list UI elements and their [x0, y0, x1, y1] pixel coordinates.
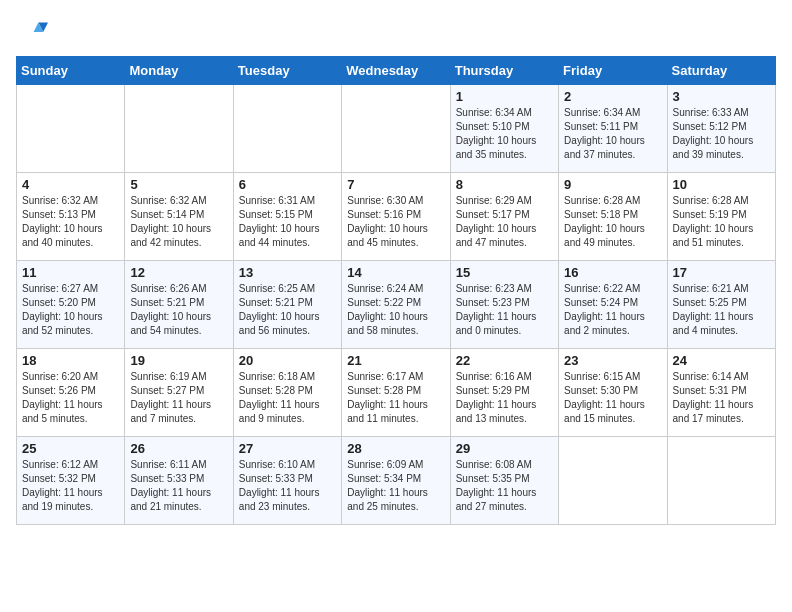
- day-info: Sunrise: 6:21 AM Sunset: 5:25 PM Dayligh…: [673, 282, 770, 338]
- day-info: Sunrise: 6:29 AM Sunset: 5:17 PM Dayligh…: [456, 194, 553, 250]
- calendar-cell: [125, 85, 233, 173]
- day-info: Sunrise: 6:12 AM Sunset: 5:32 PM Dayligh…: [22, 458, 119, 514]
- weekday-header-saturday: Saturday: [667, 57, 775, 85]
- calendar-week-3: 11Sunrise: 6:27 AM Sunset: 5:20 PM Dayli…: [17, 261, 776, 349]
- calendar-cell: 2Sunrise: 6:34 AM Sunset: 5:11 PM Daylig…: [559, 85, 667, 173]
- day-number: 6: [239, 177, 336, 192]
- day-info: Sunrise: 6:19 AM Sunset: 5:27 PM Dayligh…: [130, 370, 227, 426]
- day-info: Sunrise: 6:33 AM Sunset: 5:12 PM Dayligh…: [673, 106, 770, 162]
- calendar-week-2: 4Sunrise: 6:32 AM Sunset: 5:13 PM Daylig…: [17, 173, 776, 261]
- day-number: 17: [673, 265, 770, 280]
- day-number: 28: [347, 441, 444, 456]
- day-info: Sunrise: 6:14 AM Sunset: 5:31 PM Dayligh…: [673, 370, 770, 426]
- calendar-week-5: 25Sunrise: 6:12 AM Sunset: 5:32 PM Dayli…: [17, 437, 776, 525]
- calendar-cell: 22Sunrise: 6:16 AM Sunset: 5:29 PM Dayli…: [450, 349, 558, 437]
- day-number: 24: [673, 353, 770, 368]
- day-number: 27: [239, 441, 336, 456]
- calendar-cell: 18Sunrise: 6:20 AM Sunset: 5:26 PM Dayli…: [17, 349, 125, 437]
- calendar-cell: 16Sunrise: 6:22 AM Sunset: 5:24 PM Dayli…: [559, 261, 667, 349]
- day-number: 13: [239, 265, 336, 280]
- calendar-header-row: SundayMondayTuesdayWednesdayThursdayFrid…: [17, 57, 776, 85]
- calendar-cell: 17Sunrise: 6:21 AM Sunset: 5:25 PM Dayli…: [667, 261, 775, 349]
- day-number: 25: [22, 441, 119, 456]
- calendar-cell: 1Sunrise: 6:34 AM Sunset: 5:10 PM Daylig…: [450, 85, 558, 173]
- weekday-header-friday: Friday: [559, 57, 667, 85]
- calendar-cell: 29Sunrise: 6:08 AM Sunset: 5:35 PM Dayli…: [450, 437, 558, 525]
- day-info: Sunrise: 6:27 AM Sunset: 5:20 PM Dayligh…: [22, 282, 119, 338]
- calendar-cell: 13Sunrise: 6:25 AM Sunset: 5:21 PM Dayli…: [233, 261, 341, 349]
- calendar-cell: 15Sunrise: 6:23 AM Sunset: 5:23 PM Dayli…: [450, 261, 558, 349]
- day-info: Sunrise: 6:22 AM Sunset: 5:24 PM Dayligh…: [564, 282, 661, 338]
- calendar-cell: 27Sunrise: 6:10 AM Sunset: 5:33 PM Dayli…: [233, 437, 341, 525]
- day-info: Sunrise: 6:32 AM Sunset: 5:13 PM Dayligh…: [22, 194, 119, 250]
- day-info: Sunrise: 6:18 AM Sunset: 5:28 PM Dayligh…: [239, 370, 336, 426]
- calendar-cell: [17, 85, 125, 173]
- day-info: Sunrise: 6:30 AM Sunset: 5:16 PM Dayligh…: [347, 194, 444, 250]
- day-number: 29: [456, 441, 553, 456]
- day-number: 15: [456, 265, 553, 280]
- day-number: 9: [564, 177, 661, 192]
- day-number: 22: [456, 353, 553, 368]
- calendar-cell: 5Sunrise: 6:32 AM Sunset: 5:14 PM Daylig…: [125, 173, 233, 261]
- day-info: Sunrise: 6:08 AM Sunset: 5:35 PM Dayligh…: [456, 458, 553, 514]
- day-info: Sunrise: 6:10 AM Sunset: 5:33 PM Dayligh…: [239, 458, 336, 514]
- weekday-header-thursday: Thursday: [450, 57, 558, 85]
- day-number: 12: [130, 265, 227, 280]
- day-number: 18: [22, 353, 119, 368]
- weekday-header-tuesday: Tuesday: [233, 57, 341, 85]
- calendar-cell: [342, 85, 450, 173]
- logo-icon: [16, 16, 48, 48]
- calendar-cell: 24Sunrise: 6:14 AM Sunset: 5:31 PM Dayli…: [667, 349, 775, 437]
- day-number: 5: [130, 177, 227, 192]
- page-header: [16, 16, 776, 48]
- day-info: Sunrise: 6:32 AM Sunset: 5:14 PM Dayligh…: [130, 194, 227, 250]
- calendar-cell: 8Sunrise: 6:29 AM Sunset: 5:17 PM Daylig…: [450, 173, 558, 261]
- day-number: 14: [347, 265, 444, 280]
- calendar-cell: 9Sunrise: 6:28 AM Sunset: 5:18 PM Daylig…: [559, 173, 667, 261]
- day-number: 1: [456, 89, 553, 104]
- weekday-header-sunday: Sunday: [17, 57, 125, 85]
- calendar-cell: 21Sunrise: 6:17 AM Sunset: 5:28 PM Dayli…: [342, 349, 450, 437]
- calendar-cell: 20Sunrise: 6:18 AM Sunset: 5:28 PM Dayli…: [233, 349, 341, 437]
- day-number: 16: [564, 265, 661, 280]
- weekday-header-monday: Monday: [125, 57, 233, 85]
- calendar-cell: [233, 85, 341, 173]
- day-number: 2: [564, 89, 661, 104]
- calendar-cell: 3Sunrise: 6:33 AM Sunset: 5:12 PM Daylig…: [667, 85, 775, 173]
- day-number: 3: [673, 89, 770, 104]
- calendar-cell: 26Sunrise: 6:11 AM Sunset: 5:33 PM Dayli…: [125, 437, 233, 525]
- day-info: Sunrise: 6:23 AM Sunset: 5:23 PM Dayligh…: [456, 282, 553, 338]
- calendar-cell: 12Sunrise: 6:26 AM Sunset: 5:21 PM Dayli…: [125, 261, 233, 349]
- day-info: Sunrise: 6:11 AM Sunset: 5:33 PM Dayligh…: [130, 458, 227, 514]
- calendar-cell: 10Sunrise: 6:28 AM Sunset: 5:19 PM Dayli…: [667, 173, 775, 261]
- day-info: Sunrise: 6:25 AM Sunset: 5:21 PM Dayligh…: [239, 282, 336, 338]
- logo: [16, 16, 52, 48]
- weekday-header-wednesday: Wednesday: [342, 57, 450, 85]
- day-number: 7: [347, 177, 444, 192]
- calendar-cell: 14Sunrise: 6:24 AM Sunset: 5:22 PM Dayli…: [342, 261, 450, 349]
- day-number: 23: [564, 353, 661, 368]
- day-info: Sunrise: 6:34 AM Sunset: 5:10 PM Dayligh…: [456, 106, 553, 162]
- day-info: Sunrise: 6:15 AM Sunset: 5:30 PM Dayligh…: [564, 370, 661, 426]
- day-info: Sunrise: 6:31 AM Sunset: 5:15 PM Dayligh…: [239, 194, 336, 250]
- calendar-table: SundayMondayTuesdayWednesdayThursdayFrid…: [16, 56, 776, 525]
- day-number: 10: [673, 177, 770, 192]
- day-info: Sunrise: 6:26 AM Sunset: 5:21 PM Dayligh…: [130, 282, 227, 338]
- calendar-cell: 11Sunrise: 6:27 AM Sunset: 5:20 PM Dayli…: [17, 261, 125, 349]
- day-number: 26: [130, 441, 227, 456]
- day-info: Sunrise: 6:24 AM Sunset: 5:22 PM Dayligh…: [347, 282, 444, 338]
- day-number: 19: [130, 353, 227, 368]
- day-info: Sunrise: 6:34 AM Sunset: 5:11 PM Dayligh…: [564, 106, 661, 162]
- calendar-cell: [559, 437, 667, 525]
- calendar-cell: 19Sunrise: 6:19 AM Sunset: 5:27 PM Dayli…: [125, 349, 233, 437]
- calendar-cell: 23Sunrise: 6:15 AM Sunset: 5:30 PM Dayli…: [559, 349, 667, 437]
- day-number: 20: [239, 353, 336, 368]
- day-info: Sunrise: 6:28 AM Sunset: 5:18 PM Dayligh…: [564, 194, 661, 250]
- day-number: 21: [347, 353, 444, 368]
- calendar-cell: 25Sunrise: 6:12 AM Sunset: 5:32 PM Dayli…: [17, 437, 125, 525]
- calendar-week-1: 1Sunrise: 6:34 AM Sunset: 5:10 PM Daylig…: [17, 85, 776, 173]
- day-number: 11: [22, 265, 119, 280]
- day-info: Sunrise: 6:09 AM Sunset: 5:34 PM Dayligh…: [347, 458, 444, 514]
- calendar-week-4: 18Sunrise: 6:20 AM Sunset: 5:26 PM Dayli…: [17, 349, 776, 437]
- day-info: Sunrise: 6:17 AM Sunset: 5:28 PM Dayligh…: [347, 370, 444, 426]
